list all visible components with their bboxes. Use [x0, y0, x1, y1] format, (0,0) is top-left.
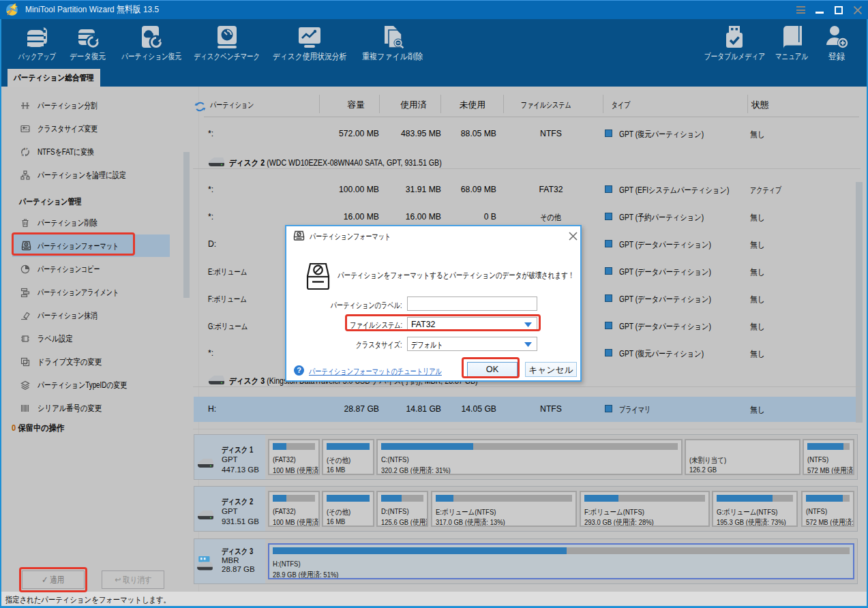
svg-text:N: N — [22, 153, 24, 157]
svg-text:F: F — [26, 147, 28, 151]
